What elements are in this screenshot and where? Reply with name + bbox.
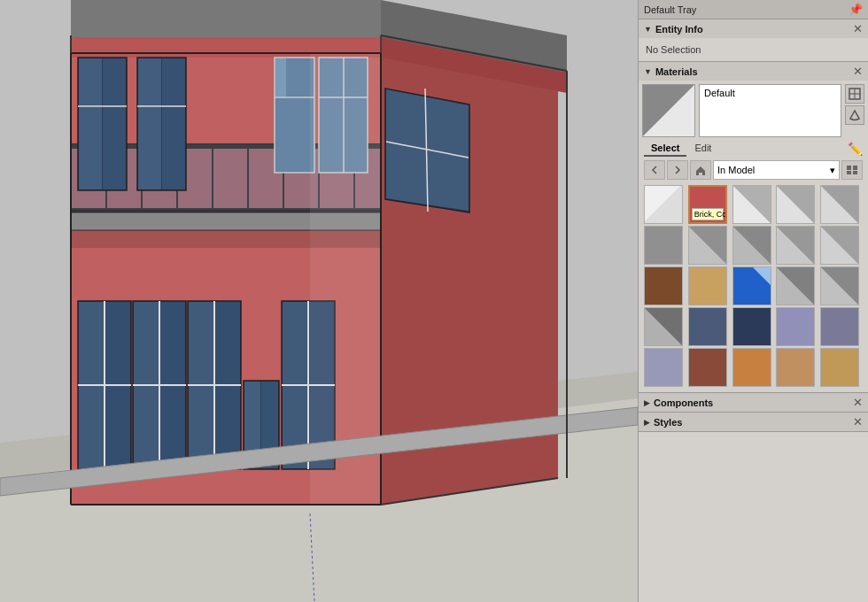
swatch-0[interactable] xyxy=(644,185,683,224)
preview-triangle-white xyxy=(643,85,694,136)
entity-info-status: No Selection xyxy=(646,44,701,55)
materials-section: ▼ Materials ✕ Default xyxy=(639,62,868,393)
entity-info-close[interactable]: ✕ xyxy=(853,22,863,35)
svg-rect-57 xyxy=(138,58,161,189)
nav-forward-button[interactable] xyxy=(667,160,688,180)
components-title: Components xyxy=(654,397,713,408)
material-icons-col xyxy=(845,84,864,137)
styles-header-left: ▶ Styles xyxy=(644,417,682,428)
swatch-2[interactable] xyxy=(732,185,771,224)
svg-marker-93 xyxy=(644,185,682,223)
tray-title: Default Tray xyxy=(644,4,696,15)
styles-title: Styles xyxy=(654,417,682,428)
tray-pin-button[interactable]: 📌 xyxy=(849,4,863,15)
materials-close[interactable]: ✕ xyxy=(853,65,863,78)
dropdown-chevron-icon: ▾ xyxy=(830,165,835,176)
material-name-text: Default xyxy=(704,88,735,98)
svg-rect-91 xyxy=(847,171,851,174)
nav-detail-button[interactable] xyxy=(841,160,863,180)
materials-triangle: ▼ xyxy=(644,67,652,76)
swatch-5[interactable] xyxy=(644,226,683,265)
swatch-3[interactable] xyxy=(776,185,815,224)
svg-rect-20 xyxy=(134,386,159,468)
svg-rect-19 xyxy=(160,302,185,384)
svg-rect-63 xyxy=(275,58,286,96)
tab-edit[interactable]: Edit xyxy=(687,141,718,157)
swatch-15[interactable] xyxy=(644,307,683,346)
swatch-18[interactable] xyxy=(776,307,815,346)
styles-close[interactable]: ✕ xyxy=(853,415,863,428)
entity-info-section: ▼ Entity Info ✕ No Selection xyxy=(639,19,868,62)
entity-info-title: Entity Info xyxy=(655,24,703,35)
swatch-8[interactable] xyxy=(776,226,815,265)
nav-back-button[interactable] xyxy=(644,160,665,180)
material-collection-dropdown[interactable]: In Model ▾ xyxy=(713,160,840,180)
svg-marker-108 xyxy=(753,267,771,287)
entity-info-content: No Selection xyxy=(639,38,868,61)
components-close[interactable]: ✕ xyxy=(853,396,863,409)
svg-rect-12 xyxy=(105,302,130,384)
materials-title: Materials xyxy=(655,66,698,77)
svg-rect-26 xyxy=(215,302,240,384)
svg-rect-90 xyxy=(853,166,857,170)
swatch-14[interactable] xyxy=(820,266,859,305)
components-triangle: ▶ xyxy=(644,398,650,407)
swatch-tan[interactable] xyxy=(688,266,727,305)
entity-info-triangle: ▼ xyxy=(644,25,652,34)
swatch-7[interactable] xyxy=(732,226,771,265)
svg-rect-89 xyxy=(847,166,851,170)
components-section[interactable]: ▶ Components ✕ xyxy=(639,393,868,413)
svg-rect-92 xyxy=(853,171,857,174)
material-tabs: Select Edit ✏️ xyxy=(642,141,864,157)
svg-rect-21 xyxy=(160,386,185,468)
svg-rect-14 xyxy=(105,386,130,468)
materials-header[interactable]: ▼ Materials ✕ xyxy=(639,62,868,81)
svg-rect-25 xyxy=(189,302,213,384)
components-header-left: ▶ Components xyxy=(644,397,713,408)
swatch-19[interactable] xyxy=(820,307,859,346)
swatch-13[interactable] xyxy=(776,266,815,305)
svg-rect-35 xyxy=(283,302,307,384)
swatch-lavender[interactable] xyxy=(644,348,683,387)
swatch-caramel[interactable] xyxy=(732,348,771,387)
svg-marker-6 xyxy=(71,0,381,37)
material-collection-label: In Model xyxy=(717,165,755,175)
brick-tooltip: Brick, Common xyxy=(692,208,724,220)
material-bucket-button[interactable] xyxy=(845,105,864,125)
svg-rect-53 xyxy=(79,58,102,189)
material-nav-row: In Model ▾ xyxy=(642,160,864,180)
entity-info-header[interactable]: ▼ Entity Info ✕ xyxy=(639,19,868,38)
svg-rect-54 xyxy=(103,58,126,189)
svg-rect-11 xyxy=(79,302,104,384)
swatch-tan3[interactable] xyxy=(820,348,859,387)
tab-select[interactable]: Select xyxy=(644,141,686,157)
pencil-icon-button[interactable]: ✏️ xyxy=(848,142,863,156)
right-panel: Default Tray 📌 ▼ Entity Info ✕ No Select… xyxy=(638,0,868,602)
svg-rect-18 xyxy=(134,302,159,384)
materials-content: Default Select Edit ✏️ xyxy=(639,81,868,392)
material-preview-row: Default xyxy=(642,84,864,137)
nav-home-button[interactable] xyxy=(690,160,711,180)
swatch-blue-bright[interactable] xyxy=(732,266,771,305)
swatch-brick-common[interactable]: Brick, Common xyxy=(688,185,727,224)
tray-header: Default Tray 📌 xyxy=(639,0,868,19)
material-grid: Brick, Common xyxy=(642,183,864,389)
swatch-blue-dark[interactable] xyxy=(688,307,727,346)
swatch-6[interactable] xyxy=(688,226,727,265)
viewport-3d[interactable] xyxy=(0,0,638,602)
styles-triangle: ▶ xyxy=(644,418,650,427)
swatch-9[interactable] xyxy=(820,226,859,265)
material-sample-button[interactable] xyxy=(845,84,864,104)
material-name-box: Default xyxy=(699,84,841,137)
swatch-rust[interactable] xyxy=(688,348,727,387)
svg-rect-58 xyxy=(162,58,185,189)
styles-section[interactable]: ▶ Styles ✕ xyxy=(639,413,868,432)
swatch-4[interactable] xyxy=(820,185,859,224)
svg-marker-85 xyxy=(71,230,381,248)
swatch-navy[interactable] xyxy=(732,307,771,346)
svg-rect-13 xyxy=(79,386,104,468)
swatch-tan2[interactable] xyxy=(776,348,815,387)
swatch-brown[interactable] xyxy=(644,266,683,305)
material-preview-box xyxy=(642,84,695,137)
